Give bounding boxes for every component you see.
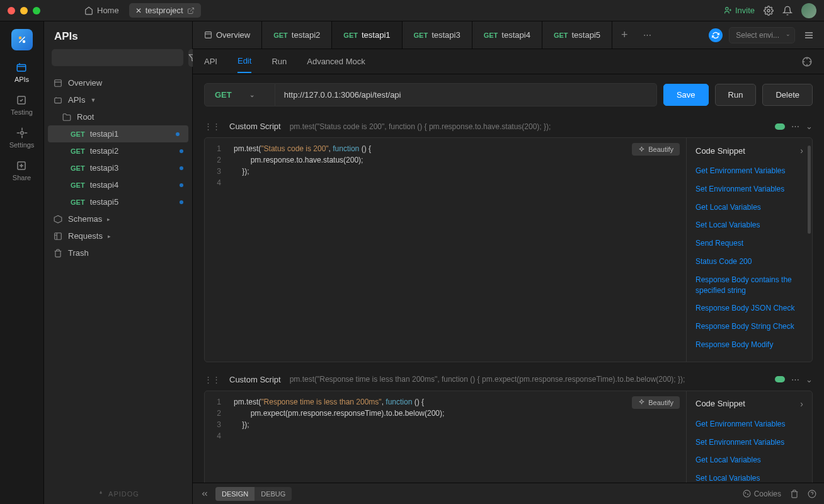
project-tab[interactable]: ✕ testproject — [129, 3, 201, 18]
sidebar-api-item[interactable]: GET testapi3 — [44, 159, 192, 176]
snippet-item[interactable]: Get Local Variables — [695, 451, 803, 469]
invite-button[interactable]: Invite — [724, 6, 755, 15]
tab-api[interactable]: GET testapi5 — [542, 21, 612, 49]
subtab-edit[interactable]: Edit — [237, 50, 251, 73]
snippet-item[interactable]: Response Body Modify — [695, 336, 803, 354]
maximize-window-icon[interactable] — [33, 7, 40, 14]
run-button[interactable]: Run — [715, 84, 757, 106]
activity-share[interactable]: Share — [13, 160, 31, 181]
sidebar-requests[interactable]: Requests ▸ — [44, 227, 192, 244]
sidebar-api-item[interactable]: GET testapi5 — [44, 193, 192, 210]
delete-button[interactable]: Delete — [762, 84, 813, 106]
target-icon[interactable] — [801, 56, 813, 67]
sidebar-overview[interactable]: Overview — [44, 74, 192, 91]
snippet-item[interactable]: Set Local Variables — [695, 216, 803, 234]
svg-rect-11 — [55, 232, 62, 239]
line-numbers: 1234 — [205, 396, 227, 483]
sidebar-api-item[interactable]: GET testapi1 — [48, 125, 188, 142]
sidebar-api-item[interactable]: GET testapi2 — [44, 142, 192, 159]
activity-apis[interactable]: APIs — [14, 62, 29, 83]
tab-api[interactable]: GET testapi2 — [262, 21, 332, 49]
snippet-item[interactable]: Get Environment Variables — [695, 162, 803, 180]
app-logo-icon[interactable] — [11, 29, 33, 50]
more-icon[interactable]: ⋯ — [791, 122, 799, 131]
close-icon[interactable]: ✕ — [135, 6, 142, 15]
drag-handle-icon[interactable]: ⋮⋮ — [204, 122, 220, 131]
subtab-api[interactable]: API — [204, 50, 217, 72]
snippet-item[interactable]: Get Environment Variables — [695, 415, 803, 433]
snippet-item[interactable]: Status Code 200 — [695, 253, 803, 271]
testing-icon — [16, 94, 27, 106]
chevron-right-icon[interactable]: › — [800, 146, 803, 156]
design-mode-button[interactable]: DESIGN — [215, 487, 255, 501]
bell-icon — [782, 6, 793, 16]
sidebar-item-label: APIs — [68, 95, 85, 105]
url-input[interactable] — [275, 83, 657, 106]
tab-api[interactable]: GET testapi3 — [403, 21, 472, 49]
save-button[interactable]: Save — [663, 84, 709, 106]
add-tab-button[interactable]: + — [612, 21, 637, 49]
code-editor[interactable]: Beautify 1234 pm.test("Response time is … — [205, 391, 686, 483]
subtab-mock[interactable]: Advanced Mock — [307, 50, 365, 72]
script-toggle[interactable] — [775, 376, 785, 382]
home-button[interactable]: Home — [78, 3, 125, 18]
overview-icon — [204, 31, 212, 39]
sidebar-title: APIs — [44, 21, 192, 49]
more-icon[interactable]: ⋯ — [791, 375, 799, 384]
settings-button[interactable] — [764, 6, 774, 16]
activity-testing[interactable]: Testing — [11, 94, 33, 116]
help-icon[interactable] — [808, 490, 816, 498]
drag-handle-icon[interactable]: ⋮⋮ — [204, 375, 220, 384]
method-tag: GET — [71, 198, 85, 206]
tab-api-active[interactable]: GET testapi1 — [332, 21, 402, 49]
svg-rect-9 — [55, 79, 62, 86]
snippet-item[interactable]: Response Body String Check — [695, 318, 803, 336]
trash-icon[interactable] — [790, 490, 799, 498]
snippet-item[interactable]: Set Local Variables — [695, 469, 803, 483]
beautify-button[interactable]: Beautify — [632, 143, 680, 156]
snippet-item[interactable]: Get Local Variables — [695, 198, 803, 217]
activity-settings[interactable]: Settings — [9, 127, 35, 149]
cookies-button[interactable]: Cookies — [743, 490, 781, 498]
svg-rect-4 — [18, 65, 26, 72]
tab-label: testapi1 — [362, 30, 391, 40]
snippet-item[interactable]: Response Body JSON Check — [695, 299, 803, 318]
snippet-item[interactable]: Response Body contains the specified str… — [695, 271, 803, 300]
snippet-item[interactable]: Set Environment Variables — [695, 433, 803, 452]
tab-api[interactable]: GET testapi4 — [472, 21, 542, 49]
scrollbar[interactable] — [808, 146, 811, 234]
tab-overview[interactable]: Overview — [193, 21, 262, 49]
method-select[interactable]: GET ⌄ — [204, 83, 275, 106]
beautify-button[interactable]: Beautify — [632, 396, 680, 409]
method-tag: GET — [71, 147, 85, 155]
debug-mode-button[interactable]: DEBUG — [255, 487, 292, 501]
snippet-item[interactable]: Set Environment Variables — [695, 180, 803, 198]
notifications-button[interactable] — [782, 6, 793, 16]
sidebar-trash[interactable]: Trash — [44, 244, 192, 261]
collapse-button[interactable] — [200, 490, 209, 498]
sidebar-root-folder[interactable]: Root — [44, 108, 192, 125]
gear-icon — [764, 6, 774, 16]
script-toggle[interactable] — [775, 123, 785, 130]
subtab-run[interactable]: Run — [272, 50, 287, 72]
chevron-down-icon[interactable]: ⌄ — [806, 122, 813, 131]
code-editor[interactable]: Beautify 1234 pm.test("Status code is 20… — [205, 138, 686, 362]
minimize-window-icon[interactable] — [20, 7, 28, 14]
sidebar-api-item[interactable]: GET testapi4 — [44, 176, 192, 193]
chevron-right-icon[interactable]: › — [800, 399, 803, 409]
close-window-icon[interactable] — [8, 7, 15, 14]
menu-button[interactable] — [801, 28, 816, 43]
sidebar-schemas[interactable]: Schemas ▸ — [44, 210, 192, 227]
snippet-item[interactable]: Send Request — [695, 234, 803, 253]
tabs-more-button[interactable]: ⋯ — [637, 30, 658, 40]
sidebar: APIs + Overview APIs ▼ — [44, 21, 193, 504]
sidebar-apis-group[interactable]: APIs ▼ — [44, 91, 192, 108]
environment-select[interactable]: Select envi... ⌄ — [729, 27, 795, 43]
chevron-down-icon[interactable]: ⌄ — [806, 375, 813, 384]
user-plus-icon — [724, 6, 732, 14]
chevron-down-icon: ▼ — [90, 97, 96, 103]
avatar[interactable] — [801, 3, 816, 18]
svg-point-3 — [22, 40, 25, 43]
search-input[interactable] — [52, 49, 183, 66]
sync-button[interactable] — [709, 28, 723, 42]
